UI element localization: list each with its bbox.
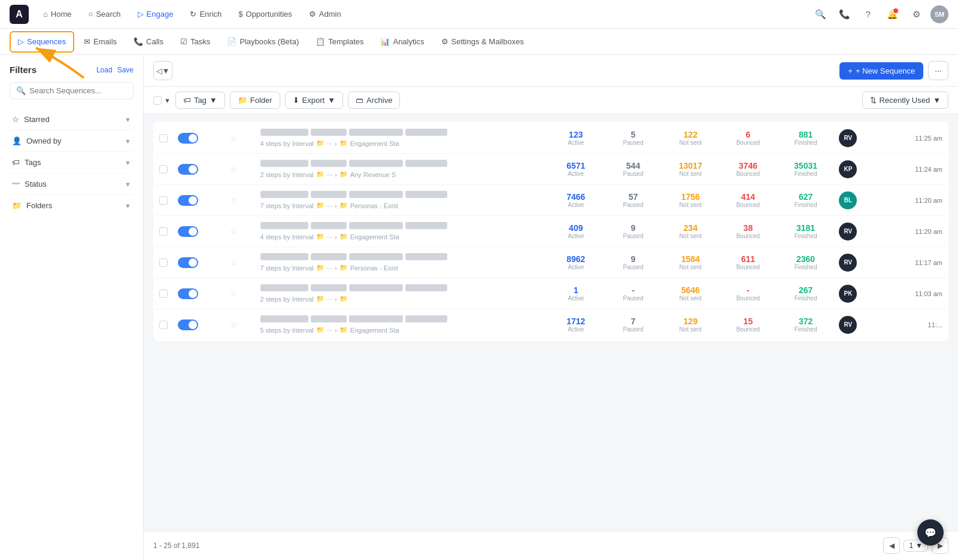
load-link[interactable]: Load <box>96 66 113 74</box>
star-btn-3[interactable]: ☆ <box>230 196 238 205</box>
new-sequence-button[interactable]: + + New Sequence <box>839 62 923 80</box>
owner-avatar-3: BL <box>839 191 857 209</box>
nav-admin[interactable]: ⚙ Admin <box>302 6 348 22</box>
filter-tags[interactable]: 🏷 Tags ▼ <box>10 152 134 174</box>
app-logo[interactable]: A <box>10 5 29 24</box>
sequence-name-cell: 5 steps by Interval 📁 ··· › 📁 Engagement… <box>256 309 547 341</box>
filter-action-bar: ▼ 🏷 Tag ▼ 📁 Folder ⬇ Export ▼ 🗃 <box>153 92 400 109</box>
sequence-name-2[interactable] <box>260 160 542 169</box>
prev-page-btn[interactable]: ◀ <box>883 537 900 554</box>
avatar-cell-3: BL <box>834 185 882 216</box>
tag-filter-btn[interactable]: 🏷 Tag ▼ <box>175 92 225 109</box>
owned-by-label: Owned by <box>26 136 62 145</box>
toggle-cell <box>173 247 225 278</box>
row-checkbox-3[interactable] <box>159 196 168 205</box>
active-stat-4: 409 Active <box>547 216 605 247</box>
row-checkbox-7[interactable] <box>159 321 168 329</box>
subnav-calls[interactable]: 📞 Calls <box>126 31 171 53</box>
filter-owned-by[interactable]: 👤 Owned by ▼ <box>10 130 134 152</box>
star-btn-5[interactable]: ☆ <box>230 258 238 267</box>
sequence-name-3[interactable] <box>260 191 542 200</box>
subnav-playbooks[interactable]: 📄 Playbooks (Beta) <box>220 31 306 53</box>
sequence-name-5[interactable] <box>260 253 542 262</box>
row-checkbox-2[interactable] <box>159 165 168 174</box>
sequence-toggle-7[interactable] <box>178 319 198 330</box>
time-cell-7: 11:... <box>882 309 948 341</box>
sequence-search-input[interactable] <box>29 86 127 95</box>
nav-enrich[interactable]: ↻ Enrich <box>183 6 229 22</box>
user-avatar[interactable]: SM <box>930 5 948 23</box>
subnav-settings-mailboxes[interactable]: ⚙ Settings & Mailboxes <box>434 31 531 53</box>
nav-search[interactable]: ○ Search <box>81 6 128 22</box>
row-checkbox-5[interactable] <box>159 258 168 267</box>
row-checkbox-1[interactable] <box>159 134 168 142</box>
archive-btn[interactable]: 🗃 Archive <box>348 92 400 109</box>
sequence-toggle-4[interactable] <box>178 226 198 237</box>
filter-folders[interactable]: 📁 Folders ▼ <box>10 195 134 216</box>
folder-filter-btn[interactable]: 📁 Folder <box>230 92 280 109</box>
filter-status[interactable]: 〰 Status ▼ <box>10 174 134 195</box>
row-checkbox-cell <box>154 122 173 154</box>
subnav-templates[interactable]: 📋 Templates <box>308 31 371 53</box>
filter-icon: ▼ <box>162 66 170 75</box>
star-btn-4[interactable]: ☆ <box>230 227 238 236</box>
save-link[interactable]: Save <box>117 66 134 74</box>
row-checkbox-4[interactable] <box>159 227 168 236</box>
export-chevron-icon: ▼ <box>328 96 335 105</box>
settings-icon-btn[interactable]: ⚙ <box>907 5 926 24</box>
sequence-toggle-1[interactable] <box>178 133 198 144</box>
notifications-icon-btn[interactable]: 🔔 <box>883 5 902 24</box>
star-btn-1[interactable]: ☆ <box>230 133 238 143</box>
table-row: ☆ 2 steps by Interval 📁 ··· › 📁 1 Active… <box>154 278 948 309</box>
sequence-search-box[interactable]: 🔍 <box>10 82 134 99</box>
plus-icon: + <box>848 66 853 75</box>
table-row: ☆ 5 steps by Interval 📁 ··· › 📁 Engageme… <box>154 309 948 341</box>
export-btn[interactable]: ⬇ Export ▼ <box>285 92 343 109</box>
subnav-emails[interactable]: ✉ Emails <box>77 31 124 53</box>
sequence-toggle-2[interactable] <box>178 164 198 175</box>
recently-used-chevron: ▼ <box>933 96 941 105</box>
sequence-name-cell: 4 steps by Interval 📁 ··· › 📁 Engagement… <box>256 122 547 154</box>
filter-starred[interactable]: ☆ Starred ▼ <box>10 109 134 130</box>
help-icon-btn[interactable]: ? <box>859 5 878 24</box>
sequence-name-6[interactable] <box>260 284 542 293</box>
active-stat-6: 1 Active <box>547 278 605 309</box>
bounced-stat-4: 38 Bounced <box>719 216 777 247</box>
finished-stat-1: 881 Finished <box>777 122 835 154</box>
recently-used-btn[interactable]: ⇅ Recently Used ▼ <box>862 92 948 109</box>
subnav-tasks[interactable]: ☑ Tasks <box>173 31 217 53</box>
paused-stat-1: 5 Paused <box>605 122 662 154</box>
sequence-meta-3: 7 steps by Interval 📁 ··· › 📁 Personas -… <box>260 202 542 209</box>
sub-nav: ▷ Sequences ✉ Emails 📞 Calls ☑ Tasks 📄 P… <box>0 29 958 55</box>
sequence-name-cell: 7 steps by Interval 📁 ··· › 📁 Personas -… <box>256 185 547 216</box>
star-btn-2[interactable]: ☆ <box>230 165 238 174</box>
nav-home[interactable]: ⌂ Home <box>36 6 79 22</box>
phone-icon-btn[interactable]: 📞 <box>835 5 854 24</box>
sequence-meta-4: 4 steps by Interval 📁 ··· › 📁 Engagement… <box>260 233 542 241</box>
sequence-name-4[interactable] <box>260 222 542 231</box>
subnav-analytics[interactable]: 📊 Analytics <box>373 31 431 53</box>
select-all-checkbox[interactable] <box>153 96 162 105</box>
filter-collapse-btn[interactable]: ◁ ▼ <box>153 61 172 80</box>
support-chat-button[interactable]: 💬 <box>917 519 944 546</box>
nav-opportunities[interactable]: $ Opportunities <box>231 6 299 22</box>
star-btn-6[interactable]: ☆ <box>230 289 238 299</box>
more-options-button[interactable]: ··· <box>928 61 948 80</box>
row-checkbox-6[interactable] <box>159 290 168 298</box>
table-row: ☆ 2 steps by Interval 📁 ··· › 📁 Any Reve… <box>154 154 948 185</box>
select-dropdown-icon[interactable]: ▼ <box>164 97 171 104</box>
global-search-icon-btn[interactable]: 🔍 <box>811 5 830 24</box>
sequence-toggle-5[interactable] <box>178 257 198 268</box>
sidebar-actions: Load Save <box>96 66 134 74</box>
paused-stat-4: 9 Paused <box>605 216 662 247</box>
subnav-sequences[interactable]: ▷ Sequences <box>10 31 74 53</box>
star-btn-7[interactable]: ☆ <box>230 320 238 330</box>
sequence-name-7[interactable] <box>260 315 542 324</box>
nav-engage[interactable]: ▷ Engage <box>131 6 181 22</box>
tag-icon: 🏷 <box>183 96 191 105</box>
sequence-name-1[interactable] <box>260 129 542 138</box>
sequence-toggle-6[interactable] <box>178 288 198 299</box>
sequence-toggle-3[interactable] <box>178 195 198 206</box>
row-checkbox-cell <box>154 216 173 247</box>
engage-icon: ▷ <box>138 10 144 19</box>
